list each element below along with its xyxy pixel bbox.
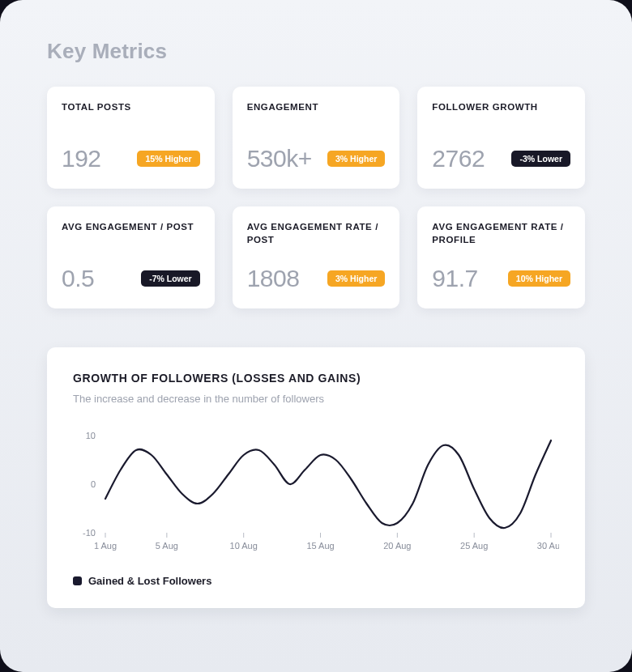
chart-legend: Gained & Lost Followers — [73, 575, 559, 587]
metric-label: AVG ENGAGEMENT RATE / POST — [247, 221, 386, 246]
metric-cards-grid: TOTAL POSTS 192 15% Higher ENGAGEMENT 53… — [47, 87, 585, 308]
svg-text:30 Aug: 30 Aug — [537, 541, 559, 551]
metric-card-avg-engagement-rate-profile: AVG ENGAGEMENT RATE / PROFILE 91.7 10% H… — [417, 206, 585, 308]
metric-label: FOLLOWER GROWTH — [432, 101, 570, 114]
svg-text:1 Aug: 1 Aug — [94, 541, 117, 551]
metric-label: ENGAGEMENT — [247, 101, 386, 114]
trend-badge: 15% Higher — [137, 151, 199, 167]
metric-label: AVG ENGAGEMENT RATE / PROFILE — [432, 221, 570, 246]
trend-badge: -7% Lower — [141, 270, 200, 287]
svg-text:10: 10 — [86, 431, 96, 440]
metric-value: 0.5 — [62, 265, 94, 292]
trend-badge: -3% Lower — [511, 151, 570, 167]
chart-plot-area: 100-101 Aug5 Aug10 Aug15 Aug20 Aug25 Aug… — [73, 427, 559, 557]
followers-chart-card: GROWTH OF FOLLOWERS (LOSSES AND GAINS) T… — [47, 347, 585, 608]
metric-value: 91.7 — [432, 265, 477, 292]
chart-title: GROWTH OF FOLLOWERS (LOSSES AND GAINS) — [73, 372, 559, 385]
svg-text:15 Aug: 15 Aug — [306, 541, 334, 551]
metric-card-total-posts: TOTAL POSTS 192 15% Higher — [47, 87, 215, 189]
metrics-panel: Key Metrics TOTAL POSTS 192 15% Higher E… — [0, 0, 632, 672]
metric-label: TOTAL POSTS — [62, 101, 200, 114]
page-title: Key Metrics — [47, 39, 585, 64]
svg-text:20 Aug: 20 Aug — [383, 541, 411, 551]
svg-text:0: 0 — [91, 479, 96, 489]
svg-text:5 Aug: 5 Aug — [156, 541, 178, 551]
metric-card-avg-engagement-rate-post: AVG ENGAGEMENT RATE / POST 1808 3% Highe… — [233, 206, 400, 308]
metric-card-engagement: ENGAGEMENT 530k+ 3% Higher — [233, 87, 400, 189]
metric-value: 2762 — [432, 145, 485, 172]
svg-text:10 Aug: 10 Aug — [230, 541, 258, 551]
legend-swatch-icon — [73, 576, 82, 585]
metric-label: AVG ENGAGEMENT / POST — [62, 221, 200, 234]
metric-card-avg-engagement-post: AVG ENGAGEMENT / POST 0.5 -7% Lower — [47, 206, 215, 308]
chart-subtitle: The increase and decrease in the number … — [73, 393, 559, 405]
svg-text:25 Aug: 25 Aug — [460, 541, 488, 551]
metric-value: 1808 — [247, 265, 300, 292]
svg-text:-10: -10 — [83, 528, 96, 538]
legend-label: Gained & Lost Followers — [88, 575, 211, 587]
line-chart-svg: 100-101 Aug5 Aug10 Aug15 Aug20 Aug25 Aug… — [73, 427, 559, 557]
metric-card-follower-growth: FOLLOWER GROWTH 2762 -3% Lower — [417, 87, 585, 189]
metric-value: 530k+ — [247, 145, 312, 172]
trend-badge: 10% Higher — [508, 270, 570, 287]
trend-badge: 3% Higher — [327, 151, 385, 167]
metric-value: 192 — [62, 145, 101, 172]
trend-badge: 3% Higher — [327, 270, 385, 287]
